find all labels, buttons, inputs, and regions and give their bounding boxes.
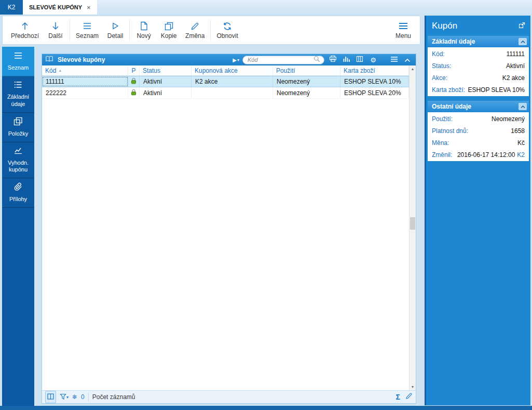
copy-button[interactable]: Kopie: [156, 17, 181, 43]
pencil-icon: [405, 392, 413, 402]
statusbar-separator: [88, 393, 89, 401]
paperclip-icon: [14, 182, 22, 193]
coupon-detail-panel: Kupón Základní údaje Kód: 111111 Status:…: [425, 16, 530, 405]
section-ostatni-udaje: Ostatní údaje Použití: Neomezený Platnos…: [428, 101, 529, 161]
field-value: Aktivní: [506, 62, 525, 70]
cell-lock: [128, 76, 140, 87]
open-in-window-button[interactable]: [519, 21, 525, 31]
field-kod: Kód: 111111: [428, 48, 529, 60]
sidebar-item-label: Přílohy: [9, 196, 27, 203]
tab-slevove-kupony[interactable]: SLEVOVÉ KUPÓNY ×: [23, 0, 97, 15]
gear-icon: ⚙: [370, 57, 376, 63]
field-platnost-dnu: Platnost dnů: 1658: [428, 125, 529, 137]
grid-rows: 111111 Aktivní K2 akce Neomezený ESHOP S…: [42, 76, 409, 390]
toolbar-separator: [210, 20, 211, 41]
scrollbar-thumb[interactable]: [410, 217, 415, 230]
section-title: Ostatní údaje: [432, 103, 471, 110]
detail-title: Kupón: [432, 21, 457, 31]
sidebar-item-prilohy[interactable]: Přílohy: [2, 178, 34, 208]
edit-button[interactable]: Změna: [181, 17, 209, 43]
field-akce: Akce: K2 akce: [428, 72, 529, 84]
table-row[interactable]: 111111 Aktivní K2 akce Neomezený ESHOP S…: [42, 76, 409, 87]
section-title: Základní údaje: [432, 38, 475, 45]
book-pages-icon: [47, 392, 54, 402]
column-header-karta-zbozi[interactable]: Karta zboží: [340, 65, 409, 75]
sidebar-item-seznam[interactable]: Seznam: [2, 47, 34, 76]
sidebar-item-vyhodnoceni-kuponu[interactable]: Vyhodn. kupónu: [2, 142, 34, 179]
toolbar-separator: [70, 20, 70, 41]
sum-icon[interactable]: Σ: [396, 393, 400, 401]
search-input[interactable]: [247, 56, 311, 63]
previous-button[interactable]: Předchozí: [7, 17, 43, 43]
main-toolbar: Předchozí Další Seznam Detail Nový Kopie…: [2, 16, 420, 45]
next-button[interactable]: Další: [43, 17, 68, 43]
menu-icon: [398, 21, 408, 31]
field-label: Použití:: [432, 115, 453, 123]
edit-indicator-button[interactable]: [405, 392, 413, 402]
column-header-status[interactable]: Status: [140, 65, 192, 75]
collapse-button[interactable]: [402, 55, 413, 64]
close-icon[interactable]: ×: [87, 4, 91, 11]
new-button[interactable]: Nový: [131, 17, 156, 43]
settings-button[interactable]: ⚙: [368, 55, 378, 64]
vertical-scrollbar[interactable]: ▲ ▼: [409, 65, 416, 390]
pencil-icon: [190, 21, 199, 31]
pane-toggle-button[interactable]: [45, 391, 56, 403]
menu-button[interactable]: Menu: [391, 17, 416, 43]
list-view-button[interactable]: Seznam: [72, 17, 103, 43]
field-karta-zbozi: Karta zboží: ESHOP SLEVA 10%: [428, 84, 529, 96]
field-zmenil: Změnil: 2016-06-17 14:12:00K2: [428, 149, 529, 161]
tab-k2[interactable]: K2: [0, 0, 23, 15]
column-header-kuponova-akce[interactable]: Kuponová akce: [192, 65, 273, 75]
table-row[interactable]: 222222 Aktivní Neomezený ESHOP SLEVA 20%: [42, 87, 409, 99]
scroll-up-icon[interactable]: ▲: [410, 65, 416, 72]
chevron-up-icon: [404, 55, 411, 64]
printer-icon: [329, 55, 337, 64]
cell-status: Aktivní: [140, 76, 192, 87]
sidebar-item-label: Položky: [8, 130, 29, 138]
field-value: 1658: [511, 127, 525, 135]
records-count-label: Počet záznamů: [92, 393, 135, 401]
chart-button[interactable]: [341, 55, 351, 64]
sidebar-item-polozky[interactable]: Položky: [2, 113, 34, 142]
columns-button[interactable]: [354, 55, 365, 64]
field-mena: Měna: Kč: [428, 137, 529, 149]
sidebar-item-label: Vyhodn. kupónu: [3, 160, 33, 174]
collapse-section-button[interactable]: [519, 103, 527, 110]
field-value-text: 2016-06-17 14:12:00: [457, 151, 515, 158]
scroll-down-icon[interactable]: ▼: [410, 383, 416, 390]
section-header[interactable]: Základní údaje: [428, 36, 529, 47]
print-button[interactable]: [328, 55, 338, 64]
grid-menu-button[interactable]: [389, 55, 399, 64]
list-icon: [83, 21, 92, 31]
column-header-kod[interactable]: Kód ▲: [42, 65, 128, 75]
field-value: Neomezený: [492, 115, 525, 123]
grid-status-bar: ▾ ❄ 0 Počet záznamů Σ: [42, 390, 416, 403]
statusbar-right: Σ: [396, 392, 413, 402]
cell-kuponova-akce: [192, 87, 273, 98]
field-pouziti: Použití: Neomezený: [428, 113, 529, 125]
column-header-p[interactable]: P: [128, 65, 140, 75]
hamburger-icon: [390, 55, 398, 64]
copy-button-label: Kopie: [161, 32, 177, 39]
grid-search-box: [242, 56, 324, 64]
sidebar-item-zakladni-udaje[interactable]: Základní údaje: [2, 76, 34, 113]
detail-view-button[interactable]: Detail: [103, 17, 128, 43]
filter-button[interactable]: ▾: [60, 392, 69, 402]
collapse-section-button[interactable]: [519, 38, 527, 45]
items-icon: [13, 117, 23, 128]
frozen-rows-indicator[interactable]: ❄: [72, 394, 77, 400]
toolbar-separator: [129, 20, 130, 41]
related-records-button[interactable]: ▶ ▾: [233, 57, 239, 63]
bottom-strip: [0, 406, 532, 410]
new-document-icon: [140, 21, 148, 31]
arrow-up-icon: [21, 21, 29, 31]
bar-chart-icon: [343, 55, 350, 64]
column-header-pouziti[interactable]: Použití: [273, 65, 340, 75]
cell-kod: 222222: [42, 87, 128, 98]
field-label: Platnost dnů:: [432, 127, 468, 135]
book-icon: [45, 55, 53, 64]
refresh-button[interactable]: Obnovit: [212, 17, 242, 43]
cell-pouziti: Neomezený: [273, 87, 340, 98]
section-header[interactable]: Ostatní údaje: [428, 101, 529, 112]
